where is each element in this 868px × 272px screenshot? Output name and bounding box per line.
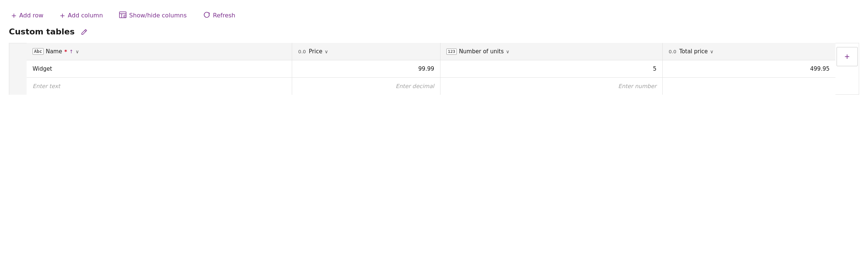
svg-line-6 (85, 30, 86, 31)
dropdown-icon-name[interactable]: ∨ (75, 49, 79, 54)
col-header-name: Abc Name * ↑ ∨ (27, 43, 292, 60)
col-type-prefix-total: 0.0 (669, 49, 676, 54)
col-type-icon-name: Abc (33, 48, 44, 55)
add-column-icon: + (60, 12, 65, 19)
add-row-button[interactable]: + Add row (9, 10, 45, 20)
cell-total-placeholder (663, 78, 835, 95)
cell-units-placeholder[interactable]: Enter number (440, 78, 663, 95)
edit-title-button[interactable] (79, 28, 89, 36)
table-area: Abc Name * ↑ ∨ 0.0 Price ∨ (9, 43, 859, 95)
cell-name-placeholder[interactable]: Enter text (27, 78, 292, 95)
sort-icon-name[interactable]: ↑ (69, 49, 73, 54)
col-label-units: Number of units (459, 48, 504, 55)
show-hide-label: Show/hide columns (129, 12, 186, 19)
cell-price-placeholder[interactable]: Enter decimal (292, 78, 440, 95)
cell-price-value-1: 99.99 (418, 66, 434, 72)
dropdown-icon-total[interactable]: ∨ (710, 49, 714, 54)
cell-price-1[interactable]: 99.99 (292, 60, 440, 78)
col-type-prefix-price: 0.0 (298, 49, 306, 54)
add-row-icon: + (11, 12, 17, 19)
cell-name-value-1: Widget (33, 66, 52, 72)
col-type-icon-units: 123 (446, 48, 457, 55)
price-placeholder-text: Enter decimal (396, 83, 434, 90)
col-label-price: Price (309, 48, 322, 55)
table-header-row: Abc Name * ↑ ∨ 0.0 Price ∨ (27, 43, 835, 60)
add-column-cell: + (835, 43, 859, 95)
add-column-button[interactable]: + Add column (57, 10, 105, 20)
dropdown-icon-units[interactable]: ∨ (506, 49, 510, 54)
cell-total-1[interactable]: 499.95 (663, 60, 835, 78)
refresh-button[interactable]: Refresh (201, 10, 237, 21)
add-column-label: Add column (68, 12, 103, 19)
add-column-plus-icon: + (844, 51, 850, 62)
required-star-name: * (64, 48, 67, 54)
col-header-total: 0.0 Total price ∨ (663, 43, 835, 60)
page-title: Custom tables (9, 27, 75, 36)
show-hide-columns-button[interactable]: Show/hide columns (117, 10, 189, 21)
add-row-label: Add row (19, 12, 43, 19)
cell-name-1[interactable]: Widget (27, 60, 292, 78)
main-table: Abc Name * ↑ ∨ 0.0 Price ∨ (27, 43, 835, 95)
new-row: Enter text Enter decimal Enter number (27, 78, 835, 95)
col-header-units: 123 Number of units ∨ (440, 43, 663, 60)
units-placeholder-text: Enter number (618, 83, 656, 90)
show-hide-icon (119, 11, 126, 19)
pencil-icon (81, 28, 88, 35)
col-header-price: 0.0 Price ∨ (292, 43, 440, 60)
name-placeholder-text: Enter text (33, 83, 60, 90)
page-title-row: Custom tables (9, 27, 859, 36)
col-label-name: Name (46, 48, 62, 55)
dropdown-icon-price[interactable]: ∨ (325, 49, 328, 54)
refresh-label: Refresh (213, 12, 235, 19)
cell-units-1[interactable]: 5 (440, 60, 663, 78)
table-row: Widget 99.99 5 499.95 (27, 60, 835, 78)
add-column-table-button[interactable]: + (837, 47, 858, 66)
row-selector-header (9, 43, 27, 95)
toolbar: + Add row + Add column Show/hide columns… (9, 6, 859, 27)
col-label-total: Total price (679, 48, 708, 55)
cell-units-value-1: 5 (653, 66, 656, 72)
cell-total-value-1: 499.95 (810, 66, 830, 72)
refresh-icon (203, 11, 210, 20)
